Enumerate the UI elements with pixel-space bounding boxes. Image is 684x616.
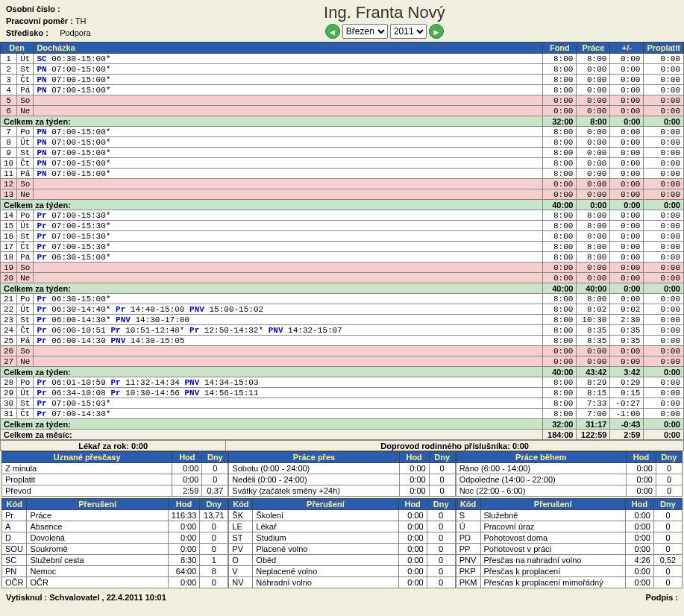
list-item: PPPohotovost v práci0:000 [456, 544, 682, 555]
interrupts-table: KódPřerušeníHodDnyPrPráce116:3313,71AAbs… [1, 498, 228, 588]
table-row: 7PoPN 07:00-15:00*8:000:000:000:00 [1, 127, 684, 137]
col-fond: Fond [543, 43, 577, 54]
month-total-row: Celkem za měsíc:184:00122:592:590:00 [1, 430, 684, 440]
info-escort: Doprovod rodinného příslušníka: 0:00 [226, 441, 684, 451]
table-row: 1ÚtSC 06:30-15:00*8:008:000:000:00 [1, 54, 684, 64]
list-item: NVNáhradní volno0:000 [229, 577, 455, 588]
list-item: PVPlacené volno0:000 [229, 544, 455, 555]
table-row: 4PáPN 07:00-15:00*8:000:000:000:00 [1, 85, 684, 95]
list-item: STStudium0:000 [229, 532, 455, 544]
table-row: 28PoPr 06:01-10:59 Pr 11:32-14:34 PNV 14… [1, 377, 684, 388]
list-item: Noc (22:00 - 6:00)0:000 [456, 485, 682, 497]
list-item: PrPráce116:3313,71 [2, 510, 228, 521]
col-pm: +/- [610, 43, 644, 54]
table-row: Celkem za týden:40:0040:000:000:00 [1, 283, 684, 294]
summary-table: Uznané přesčasyHodDnyZ minula0:000Propla… [1, 451, 228, 497]
list-item: OČROČR0:000 [2, 577, 228, 588]
col-proplatit: Proplatit [644, 43, 684, 54]
table-row: 8ÚtPN 07:00-15:00*8:000:000:000:00 [1, 137, 684, 148]
list-item: VNeplacené volno0:000 [229, 566, 455, 577]
list-item: Odpoledne (14:00 - 22:00)0:000 [456, 474, 682, 485]
list-item: LELékař0:000 [229, 521, 455, 532]
table-row: 26So0:000:000:000:00 [1, 346, 684, 356]
list-item: ŠKŠkolení0:000 [229, 510, 455, 521]
table-row: 18PáPr 06:30-15:00*8:008:000:000:00 [1, 252, 684, 263]
table-row: 9StPN 07:00-15:00*8:000:000:000:00 [1, 148, 684, 158]
list-item: PKPPřesčas k proplacení0:000 [456, 566, 682, 577]
list-item: Proplatit0:000 [2, 474, 228, 485]
page-title: Ing. Franta Nový [6, 3, 678, 22]
info-doctor: Lékař za rok: 0:00 [1, 441, 226, 451]
table-row: 13Ne0:000:000:000:00 [1, 189, 684, 200]
col-prace: Práce [577, 43, 610, 54]
col-den: Den [1, 43, 34, 54]
list-item: Převod2:590,37 [2, 485, 228, 497]
col-dochazka: Docházka [34, 43, 543, 54]
table-row: 22ÚtPr 06:30-14:40* Pr 14:40-15:00 PNV 1… [1, 304, 684, 315]
summary-table: Práce přesHodDnySobotu (0:00 - 24:00)0:0… [228, 451, 455, 497]
table-row: 31ČtPr 07:00-14:30*8:007:00-1:000:00 [1, 409, 684, 419]
next-month-button[interactable]: ► [429, 24, 444, 39]
list-item: AAbsence0:000 [2, 521, 228, 532]
list-item: Ráno (6:00 - 14:00)0:000 [456, 463, 682, 474]
table-row: 10ČtPN 07:00-15:00*8:000:000:000:00 [1, 158, 684, 169]
list-item: SCSlužební cesta8:301 [2, 555, 228, 566]
table-row: 19So0:000:000:000:00 [1, 263, 684, 273]
list-item: SOUSoukromě0:000 [2, 544, 228, 555]
list-item: OOběd0:000 [229, 555, 455, 566]
table-row: 5So0:000:000:000:00 [1, 95, 684, 106]
list-item: SSlužebně0:000 [456, 510, 682, 521]
table-row: Celkem za týden:40:0043:423:420:00 [1, 367, 684, 377]
footer-signature: Podpis : [646, 593, 678, 602]
interrupts-table: KódPřerušeníHodDnySSlužebně0:000ÚPracovn… [456, 498, 683, 588]
table-row: 21PoPr 06:30-15:00*8:008:000:000:00 [1, 294, 684, 304]
attendance-table: Den Docházka Fond Práce +/- Proplatit 1Ú… [0, 42, 684, 440]
table-row: 11PáPN 07:00-15:00*8:000:000:000:00 [1, 169, 684, 179]
list-item: PNVPřesčas na nahradní volno4:260,52 [456, 555, 682, 566]
table-row: 20Ne0:000:000:000:00 [1, 273, 684, 283]
table-row: 30StPr 07:00-15:03*8:007:33-0:270:00 [1, 398, 684, 409]
header-info: Osobní číslo : Pracovní poměr : TH Střed… [6, 3, 91, 39]
table-row: 27Ne0:000:000:000:00 [1, 356, 684, 367]
list-item: PNNemoc64:008 [2, 566, 228, 577]
table-row: 12So0:000:000:000:00 [1, 179, 684, 189]
list-item: PDPohotovost doma0:000 [456, 532, 682, 544]
summary-table: Práce běhemHodDnyRáno (6:00 - 14:00)0:00… [456, 451, 683, 497]
prev-month-button[interactable]: ◄ [325, 24, 340, 39]
table-row: 16StPr 07:00-15:30*8:008:000:000:00 [1, 231, 684, 242]
footer-printed: Vytisknul : Schvalovatel , 22.4.2011 10:… [6, 593, 166, 602]
table-row: 24ČtPr 06:00-10:51 Pr 10:51-12:48* Pr 12… [1, 325, 684, 336]
table-row: 29ÚtPr 06:34-10:08 Pr 10:30-14:56 PNV 14… [1, 388, 684, 398]
table-row: 25PáPr 06:00-14:30 PNV 14:30-15:058:008:… [1, 336, 684, 346]
table-row: 17ČtPr 07:00-15:30*8:008:000:000:00 [1, 242, 684, 252]
table-row: 6Ne0:000:000:000:00 [1, 106, 684, 116]
list-item: PKMPřesčas k proplacení mimořádný0:000 [456, 577, 682, 588]
table-row: 15ÚtPr 07:00-15:30*8:008:000:000:00 [1, 221, 684, 231]
list-item: ÚPracovní úraz0:000 [456, 521, 682, 532]
list-item: DDovolená0:000 [2, 532, 228, 544]
list-item: Svátky (začátek směny +24h)0:000 [229, 485, 455, 497]
table-row: 2StPN 07:00-15:00*8:000:000:000:00 [1, 64, 684, 75]
interrupts-table: KódPřerušeníHodDnyŠKŠkolení0:000LELékař0… [228, 498, 455, 588]
table-row: 3ČtPN 07:00-15:00*8:000:000:000:00 [1, 75, 684, 85]
table-row: Celkem za týden:32:0031:17-0:430:00 [1, 419, 684, 430]
list-item: Neděli (0:00 - 24:00)0:000 [229, 474, 455, 485]
table-row: Celkem za týden:32:008:000:000:00 [1, 116, 684, 127]
list-item: Sobotu (0:00 - 24:00)0:000 [229, 463, 455, 474]
month-select[interactable]: Březen [342, 24, 388, 39]
table-row: 14PoPr 07:00-15:30*8:008:000:000:00 [1, 210, 684, 221]
list-item: Z minula0:000 [2, 463, 228, 474]
year-select[interactable]: 2011 [390, 24, 427, 39]
table-row: Celkem za týden:40:000:000:000:00 [1, 200, 684, 210]
table-row: 23StPr 06:00-14:30* PNV 14:30-17:008:001… [1, 315, 684, 325]
